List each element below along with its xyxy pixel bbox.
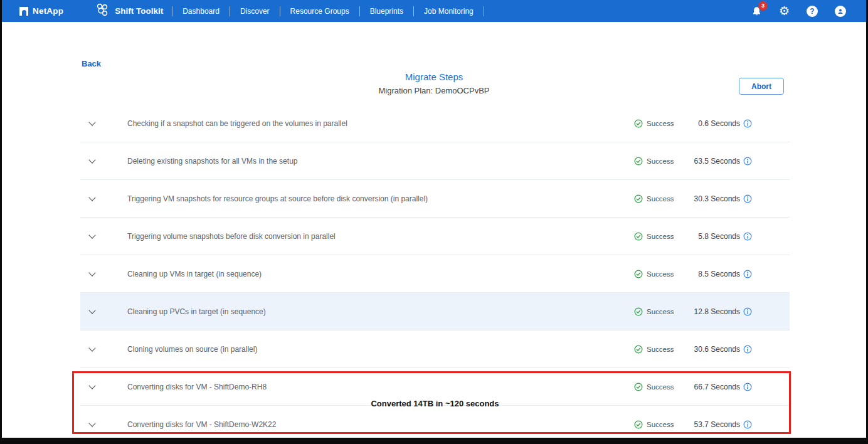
expand-step-button[interactable] [88,423,97,426]
expand-step-button[interactable] [88,348,97,351]
shift-toolkit-icon [95,3,110,20]
step-row: Cleaning up VMs in target (in sequence) … [80,255,790,293]
chevron-down-icon [88,156,95,163]
status-label: Success [647,308,674,315]
chevron-down-icon [88,119,95,125]
settings-button[interactable]: ⚙ [779,5,790,17]
duration-label: 12.8 Seconds [694,307,740,316]
success-check-icon [634,270,643,278]
success-check-icon [634,420,643,429]
duration-label: 53.7 Seconds [694,420,740,429]
step-row: Triggering VM snapshots for resource gro… [80,180,790,218]
page-header: Migrate Steps Migration Plan: DemoOCPvBP [2,71,866,95]
duration-label: 63.5 Seconds [694,157,740,166]
step-duration: 8.5 Seconds [688,270,752,278]
info-icon[interactable] [743,420,752,429]
step-row: Checking if a snapshot can be triggered … [80,105,790,142]
step-label: Cloning volumes on source (in parallel) [127,345,257,354]
expand-step-button[interactable] [88,160,97,162]
expand-step-button[interactable] [88,235,97,238]
page-title: Migrate Steps [2,71,866,82]
expand-step-button[interactable] [88,122,97,125]
expand-step-button[interactable] [88,198,97,200]
help-button[interactable]: ? [807,6,818,17]
step-row: Cloning volumes on source (in parallel) … [80,330,790,368]
app-brand: Shift Toolkit [95,3,163,20]
expand-step-button[interactable] [88,310,97,313]
duration-label: 66.7 Seconds [694,383,740,391]
info-icon[interactable] [743,270,752,278]
chevron-down-icon [88,344,95,351]
success-check-icon [634,119,643,128]
duration-label: 8.5 Seconds [698,270,740,278]
app-window: NetApp Shift Toolkit Dashboard Discover [0,0,868,444]
success-check-icon [634,194,643,203]
step-row: Deleting existing snapshots for all VMs … [80,142,790,180]
info-icon[interactable] [743,232,752,241]
step-row: Converting disks for VM - ShiftDemo-RH8 … [80,368,790,406]
step-duration: 30.6 Seconds [688,345,752,354]
screenshot-bottom-border [2,438,866,444]
info-icon[interactable] [743,194,752,203]
netapp-logo[interactable]: NetApp [19,6,63,16]
status-badge: Success [634,232,688,241]
chevron-down-icon [88,194,95,201]
duration-label: 30.3 Seconds [694,194,740,203]
success-check-icon [634,345,643,354]
nav-item-label: Job Monitoring [424,7,474,16]
status-label: Success [647,421,674,428]
user-icon [835,6,846,17]
duration-label: 0.6 Seconds [698,119,740,128]
step-label: Triggering VM snapshots for resource gro… [127,194,428,203]
expand-step-button[interactable] [88,273,97,275]
duration-label: 30.6 Seconds [694,345,740,354]
nav-item-discover[interactable]: Discover [230,7,280,16]
notifications-button[interactable]: 3 [751,6,762,17]
brand-name: NetApp [33,6,63,16]
step-label: Deleting existing snapshots for all VMs … [127,157,297,166]
nav-item-label: Resource Groups [290,7,349,16]
success-check-icon [634,383,643,391]
status-label: Success [647,195,674,203]
chevron-down-icon [88,420,95,426]
step-duration: 12.8 Seconds [688,307,752,316]
nav-separator [484,6,484,16]
nav-utilities: 3 ⚙ ? [751,5,846,17]
nav-item-job-monitoring[interactable]: Job Monitoring [414,7,484,16]
back-link[interactable]: Back [82,59,101,68]
nav-item-blueprints[interactable]: Blueprints [360,7,413,16]
chevron-down-icon [88,269,95,276]
info-icon[interactable] [743,345,752,354]
step-duration: 30.3 Seconds [688,194,752,203]
status-badge: Success [634,119,688,128]
nav-item-resource-groups[interactable]: Resource Groups [280,7,359,16]
netapp-logo-icon [19,7,28,16]
nav-item-label: Discover [240,7,270,16]
chevron-down-icon [88,231,95,238]
info-icon[interactable] [743,307,752,316]
success-check-icon [634,232,643,241]
abort-button[interactable]: Abort [739,78,784,95]
top-nav: NetApp Shift Toolkit Dashboard Discover [2,0,866,22]
status-label: Success [647,346,674,353]
migration-plan-subtitle: Migration Plan: DemoOCPvBP [2,86,866,95]
status-badge: Success [634,420,688,429]
status-label: Success [647,233,674,240]
main-nav: Dashboard Discover Resource Groups Bluep… [172,6,484,16]
success-check-icon [634,157,643,166]
success-check-icon [634,307,643,316]
info-icon[interactable] [743,119,752,128]
step-duration: 53.7 Seconds [688,420,752,429]
status-badge: Success [634,157,688,166]
step-duration: 0.6 Seconds [688,119,752,128]
info-icon[interactable] [743,383,752,391]
status-badge: Success [634,307,688,316]
chevron-down-icon [88,307,95,314]
status-label: Success [647,157,674,165]
account-button[interactable] [835,6,846,17]
status-label: Success [647,120,674,127]
status-badge: Success [634,345,688,354]
expand-step-button[interactable] [88,386,97,388]
info-icon[interactable] [743,157,752,166]
nav-item-dashboard[interactable]: Dashboard [172,7,230,16]
